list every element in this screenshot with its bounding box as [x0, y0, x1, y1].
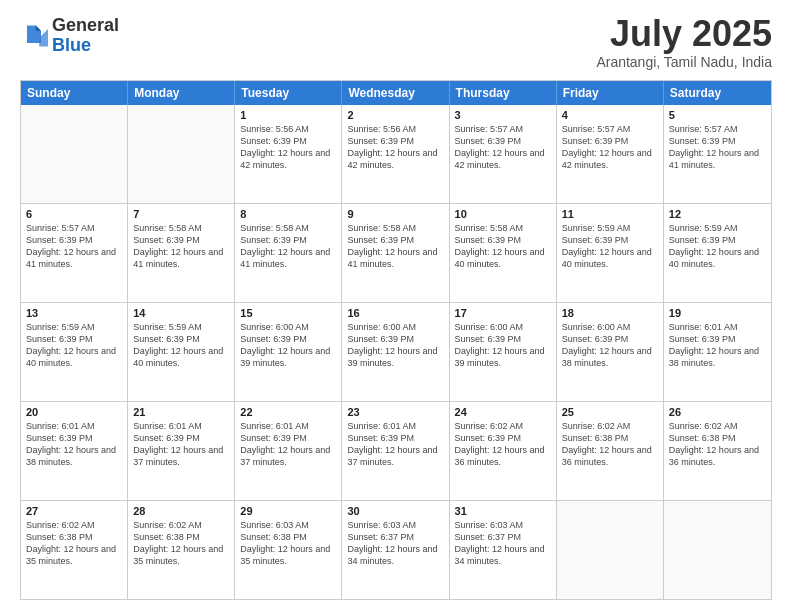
day-info: Sunrise: 6:01 AM Sunset: 6:39 PM Dayligh… [347, 420, 443, 469]
day-info: Sunrise: 5:58 AM Sunset: 6:39 PM Dayligh… [133, 222, 229, 271]
week-row-3: 13Sunrise: 5:59 AM Sunset: 6:39 PM Dayli… [21, 302, 771, 401]
day-info: Sunrise: 5:57 AM Sunset: 6:39 PM Dayligh… [26, 222, 122, 271]
location: Arantangi, Tamil Nadu, India [596, 54, 772, 70]
day-info: Sunrise: 6:03 AM Sunset: 6:37 PM Dayligh… [455, 519, 551, 568]
day-cell-3: 3Sunrise: 5:57 AM Sunset: 6:39 PM Daylig… [450, 105, 557, 203]
day-cell-6: 6Sunrise: 5:57 AM Sunset: 6:39 PM Daylig… [21, 204, 128, 302]
day-cell-7: 7Sunrise: 5:58 AM Sunset: 6:39 PM Daylig… [128, 204, 235, 302]
week-row-2: 6Sunrise: 5:57 AM Sunset: 6:39 PM Daylig… [21, 203, 771, 302]
day-info: Sunrise: 6:00 AM Sunset: 6:39 PM Dayligh… [562, 321, 658, 370]
day-info: Sunrise: 6:02 AM Sunset: 6:38 PM Dayligh… [669, 420, 766, 469]
week-row-4: 20Sunrise: 6:01 AM Sunset: 6:39 PM Dayli… [21, 401, 771, 500]
day-info: Sunrise: 5:59 AM Sunset: 6:39 PM Dayligh… [562, 222, 658, 271]
week-row-5: 27Sunrise: 6:02 AM Sunset: 6:38 PM Dayli… [21, 500, 771, 599]
day-info: Sunrise: 6:02 AM Sunset: 6:38 PM Dayligh… [133, 519, 229, 568]
day-cell-25: 25Sunrise: 6:02 AM Sunset: 6:38 PM Dayli… [557, 402, 664, 500]
day-info: Sunrise: 5:59 AM Sunset: 6:39 PM Dayligh… [669, 222, 766, 271]
day-number: 1 [240, 109, 336, 121]
month-year: July 2025 [596, 16, 772, 52]
day-cell-1: 1Sunrise: 5:56 AM Sunset: 6:39 PM Daylig… [235, 105, 342, 203]
day-cell-2: 2Sunrise: 5:56 AM Sunset: 6:39 PM Daylig… [342, 105, 449, 203]
day-cell-23: 23Sunrise: 6:01 AM Sunset: 6:39 PM Dayli… [342, 402, 449, 500]
day-cell-20: 20Sunrise: 6:01 AM Sunset: 6:39 PM Dayli… [21, 402, 128, 500]
day-number: 23 [347, 406, 443, 418]
day-info: Sunrise: 6:01 AM Sunset: 6:39 PM Dayligh… [240, 420, 336, 469]
day-number: 15 [240, 307, 336, 319]
header-sunday: Sunday [21, 81, 128, 105]
day-number: 22 [240, 406, 336, 418]
week-row-1: 1Sunrise: 5:56 AM Sunset: 6:39 PM Daylig… [21, 105, 771, 203]
day-cell-30: 30Sunrise: 6:03 AM Sunset: 6:37 PM Dayli… [342, 501, 449, 599]
day-info: Sunrise: 5:57 AM Sunset: 6:39 PM Dayligh… [669, 123, 766, 172]
day-info: Sunrise: 6:00 AM Sunset: 6:39 PM Dayligh… [240, 321, 336, 370]
day-number: 25 [562, 406, 658, 418]
day-info: Sunrise: 5:57 AM Sunset: 6:39 PM Dayligh… [455, 123, 551, 172]
day-number: 16 [347, 307, 443, 319]
day-cell-13: 13Sunrise: 5:59 AM Sunset: 6:39 PM Dayli… [21, 303, 128, 401]
day-number: 29 [240, 505, 336, 517]
day-cell-14: 14Sunrise: 5:59 AM Sunset: 6:39 PM Dayli… [128, 303, 235, 401]
day-info: Sunrise: 6:02 AM Sunset: 6:38 PM Dayligh… [26, 519, 122, 568]
day-cell-31: 31Sunrise: 6:03 AM Sunset: 6:37 PM Dayli… [450, 501, 557, 599]
day-number: 3 [455, 109, 551, 121]
empty-cell [21, 105, 128, 203]
day-cell-17: 17Sunrise: 6:00 AM Sunset: 6:39 PM Dayli… [450, 303, 557, 401]
header-monday: Monday [128, 81, 235, 105]
day-cell-18: 18Sunrise: 6:00 AM Sunset: 6:39 PM Dayli… [557, 303, 664, 401]
day-number: 8 [240, 208, 336, 220]
calendar-body: 1Sunrise: 5:56 AM Sunset: 6:39 PM Daylig… [21, 105, 771, 599]
day-number: 24 [455, 406, 551, 418]
day-cell-24: 24Sunrise: 6:02 AM Sunset: 6:39 PM Dayli… [450, 402, 557, 500]
day-number: 12 [669, 208, 766, 220]
day-number: 20 [26, 406, 122, 418]
calendar-header: Sunday Monday Tuesday Wednesday Thursday… [21, 81, 771, 105]
header-thursday: Thursday [450, 81, 557, 105]
day-number: 11 [562, 208, 658, 220]
day-cell-4: 4Sunrise: 5:57 AM Sunset: 6:39 PM Daylig… [557, 105, 664, 203]
day-number: 6 [26, 208, 122, 220]
day-info: Sunrise: 5:56 AM Sunset: 6:39 PM Dayligh… [347, 123, 443, 172]
day-number: 28 [133, 505, 229, 517]
day-cell-26: 26Sunrise: 6:02 AM Sunset: 6:38 PM Dayli… [664, 402, 771, 500]
day-cell-27: 27Sunrise: 6:02 AM Sunset: 6:38 PM Dayli… [21, 501, 128, 599]
day-info: Sunrise: 5:58 AM Sunset: 6:39 PM Dayligh… [455, 222, 551, 271]
day-cell-16: 16Sunrise: 6:00 AM Sunset: 6:39 PM Dayli… [342, 303, 449, 401]
day-number: 30 [347, 505, 443, 517]
day-info: Sunrise: 6:03 AM Sunset: 6:37 PM Dayligh… [347, 519, 443, 568]
day-number: 18 [562, 307, 658, 319]
day-number: 27 [26, 505, 122, 517]
logo: General Blue [20, 16, 119, 56]
day-cell-22: 22Sunrise: 6:01 AM Sunset: 6:39 PM Dayli… [235, 402, 342, 500]
day-number: 14 [133, 307, 229, 319]
calendar: Sunday Monday Tuesday Wednesday Thursday… [20, 80, 772, 600]
day-info: Sunrise: 6:01 AM Sunset: 6:39 PM Dayligh… [133, 420, 229, 469]
header-tuesday: Tuesday [235, 81, 342, 105]
logo-text: General Blue [52, 16, 119, 56]
empty-cell [128, 105, 235, 203]
day-info: Sunrise: 5:57 AM Sunset: 6:39 PM Dayligh… [562, 123, 658, 172]
empty-cell [664, 501, 771, 599]
day-cell-19: 19Sunrise: 6:01 AM Sunset: 6:39 PM Dayli… [664, 303, 771, 401]
day-number: 19 [669, 307, 766, 319]
day-number: 2 [347, 109, 443, 121]
empty-cell [557, 501, 664, 599]
logo-general: General [52, 15, 119, 35]
day-cell-15: 15Sunrise: 6:00 AM Sunset: 6:39 PM Dayli… [235, 303, 342, 401]
header: General Blue July 2025 Arantangi, Tamil … [20, 16, 772, 70]
day-info: Sunrise: 6:00 AM Sunset: 6:39 PM Dayligh… [347, 321, 443, 370]
header-wednesday: Wednesday [342, 81, 449, 105]
day-info: Sunrise: 5:59 AM Sunset: 6:39 PM Dayligh… [26, 321, 122, 370]
day-number: 17 [455, 307, 551, 319]
logo-blue: Blue [52, 35, 91, 55]
day-cell-21: 21Sunrise: 6:01 AM Sunset: 6:39 PM Dayli… [128, 402, 235, 500]
day-info: Sunrise: 6:02 AM Sunset: 6:38 PM Dayligh… [562, 420, 658, 469]
day-number: 21 [133, 406, 229, 418]
day-cell-28: 28Sunrise: 6:02 AM Sunset: 6:38 PM Dayli… [128, 501, 235, 599]
svg-marker-0 [27, 25, 41, 43]
day-cell-10: 10Sunrise: 5:58 AM Sunset: 6:39 PM Dayli… [450, 204, 557, 302]
svg-marker-1 [36, 25, 41, 30]
day-info: Sunrise: 5:58 AM Sunset: 6:39 PM Dayligh… [347, 222, 443, 271]
title-block: July 2025 Arantangi, Tamil Nadu, India [596, 16, 772, 70]
day-cell-11: 11Sunrise: 5:59 AM Sunset: 6:39 PM Dayli… [557, 204, 664, 302]
day-cell-9: 9Sunrise: 5:58 AM Sunset: 6:39 PM Daylig… [342, 204, 449, 302]
